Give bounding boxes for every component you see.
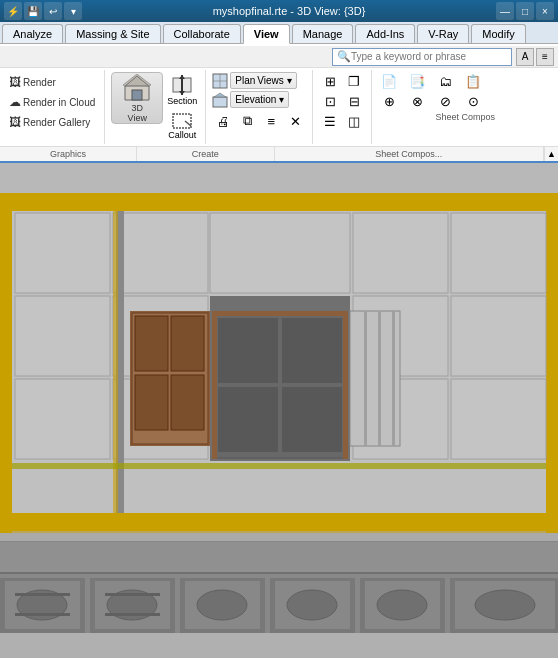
svg-rect-56 xyxy=(392,311,395,446)
render-icon: 🖼 xyxy=(9,75,21,89)
sheet-icon-8[interactable]: ⊙ xyxy=(460,92,486,110)
view-creation-group: 3D View Section xyxy=(105,70,206,144)
tab-view[interactable]: View xyxy=(243,24,290,44)
cascade-btn[interactable]: ❐ xyxy=(343,72,365,90)
sheet-icon-7[interactable]: ⊘ xyxy=(432,92,458,110)
duplicate-btn[interactable]: ⧉ xyxy=(236,112,258,130)
macro-btn[interactable]: ◫ xyxy=(343,112,365,130)
window-title: myshopfinal.rte - 3D View: {3D} xyxy=(82,5,496,17)
gallery-icon: 🖼 xyxy=(9,115,21,129)
search-option-2[interactable]: ≡ xyxy=(536,48,554,66)
search-option-1[interactable]: A xyxy=(516,48,534,66)
svg-rect-26 xyxy=(451,213,546,293)
search-icon: 🔍 xyxy=(337,50,351,63)
render-gallery-btn[interactable]: 🖼 Render Gallery xyxy=(4,112,100,132)
svg-rect-52 xyxy=(282,387,342,452)
thin-lines-btn[interactable]: ≡ xyxy=(260,112,282,130)
svg-point-82 xyxy=(475,590,535,620)
svg-rect-43 xyxy=(171,375,204,430)
sheet-group: 📄 📑 🗂 📋 ⊕ ⊗ ⊘ ⊙ Sheet Compos xyxy=(372,70,558,144)
window-close[interactable]: × xyxy=(536,2,554,20)
3d-viewport[interactable] xyxy=(0,163,558,658)
svg-rect-40 xyxy=(135,316,168,371)
graphics-group: 🖼 Render ☁ Render in Cloud 🖼 Render Gall… xyxy=(0,70,105,144)
svg-rect-46 xyxy=(212,311,217,459)
svg-rect-70 xyxy=(105,613,160,616)
svg-marker-6 xyxy=(179,75,185,79)
svg-rect-55 xyxy=(378,311,381,446)
title-bar-controls: — □ × xyxy=(496,2,554,20)
svg-rect-17 xyxy=(0,193,558,211)
qa-btn-1[interactable]: ⚡ xyxy=(4,2,22,20)
window-minimize[interactable]: — xyxy=(496,2,514,20)
tile-btn[interactable]: ⊞ xyxy=(319,72,341,90)
svg-point-76 xyxy=(287,590,337,620)
section-icon xyxy=(171,74,193,96)
tab-collaborate[interactable]: Collaborate xyxy=(163,24,241,43)
window-group: ⊞ ❐ ⊡ ⊟ ☰ ◫ xyxy=(313,70,372,144)
svg-rect-64 xyxy=(15,593,70,596)
svg-rect-30 xyxy=(451,296,546,376)
sheet-icon-1[interactable]: 📄 xyxy=(376,72,402,90)
sheet-icon-3[interactable]: 🗂 xyxy=(432,72,458,90)
tab-addins[interactable]: Add-Ins xyxy=(355,24,415,43)
title-bar-left: ⚡ 💾 ↩ ▾ xyxy=(4,2,82,20)
3d-view-sublabel: View xyxy=(128,113,147,123)
footer-sheet-compos: Sheet Compos... xyxy=(275,147,545,161)
svg-rect-50 xyxy=(282,318,342,383)
svg-rect-49 xyxy=(218,318,278,383)
close-hidden-btn[interactable]: ⊡ xyxy=(319,92,341,110)
plan-dropdown[interactable]: Plan Views ▾ xyxy=(230,72,296,89)
sheet-compos-label: Sheet Compos xyxy=(435,112,495,122)
remove-hidden-btn[interactable]: ✕ xyxy=(284,112,306,130)
tab-modify[interactable]: Modify xyxy=(471,24,525,43)
sheet-icon-2[interactable]: 📑 xyxy=(404,72,430,90)
svg-rect-31 xyxy=(15,379,110,459)
svg-rect-23 xyxy=(113,213,208,293)
switch-windows-btn[interactable]: ⊟ xyxy=(343,92,365,110)
svg-rect-54 xyxy=(364,311,367,446)
section-label: Section xyxy=(167,96,197,106)
sheet-icon-6[interactable]: ⊗ xyxy=(404,92,430,110)
tab-analyze[interactable]: Analyze xyxy=(2,24,63,43)
svg-rect-85 xyxy=(0,533,558,541)
svg-point-79 xyxy=(377,590,427,620)
callout-btn[interactable]: Callout xyxy=(165,110,199,142)
sheet-icon-5[interactable]: ⊕ xyxy=(376,92,402,110)
svg-rect-65 xyxy=(15,613,70,616)
svg-rect-47 xyxy=(343,311,348,459)
svg-rect-42 xyxy=(135,375,168,430)
qa-btn-2[interactable]: 💾 xyxy=(24,2,42,20)
search-input[interactable] xyxy=(351,51,501,62)
user-interface-btn[interactable]: ☰ xyxy=(319,112,341,130)
render-cloud-btn[interactable]: ☁ Render in Cloud xyxy=(4,92,100,112)
tab-manage[interactable]: Manage xyxy=(292,24,354,43)
window-maximize[interactable]: □ xyxy=(516,2,534,20)
plan-elevation-group: Plan Views ▾ Elevation ▾ 🖨 ⧉ ≡ ✕ xyxy=(206,70,313,144)
qa-dropdown[interactable]: ▾ xyxy=(64,2,82,20)
3d-view-icon xyxy=(121,74,153,102)
plan-icon xyxy=(212,73,228,89)
svg-rect-27 xyxy=(15,296,110,376)
3d-view-btn[interactable]: 3D View xyxy=(111,72,163,124)
section-btn[interactable]: Section xyxy=(165,72,199,108)
cloud-icon: ☁ xyxy=(9,95,21,109)
svg-rect-19 xyxy=(546,193,558,533)
elevation-dropdown[interactable]: Elevation ▾ xyxy=(230,91,289,108)
svg-rect-34 xyxy=(451,379,546,459)
ribbon-collapse-btn[interactable]: ▲ xyxy=(547,149,556,159)
sheet-icon-4[interactable]: 📋 xyxy=(460,72,486,90)
svg-rect-2 xyxy=(132,90,142,100)
tab-vray[interactable]: V-Ray xyxy=(417,24,469,43)
elevation-icon xyxy=(212,92,228,108)
render-btn[interactable]: 🖼 Render xyxy=(4,72,100,92)
svg-rect-48 xyxy=(212,311,348,316)
plan-views-label: Views ▾ xyxy=(257,75,291,86)
print-btn[interactable]: 🖨 xyxy=(212,112,234,130)
svg-rect-20 xyxy=(0,513,558,531)
tab-massing[interactable]: Massing & Site xyxy=(65,24,160,43)
svg-rect-18 xyxy=(0,193,12,533)
svg-rect-25 xyxy=(353,213,448,293)
qa-btn-3[interactable]: ↩ xyxy=(44,2,62,20)
svg-rect-24 xyxy=(210,213,350,293)
